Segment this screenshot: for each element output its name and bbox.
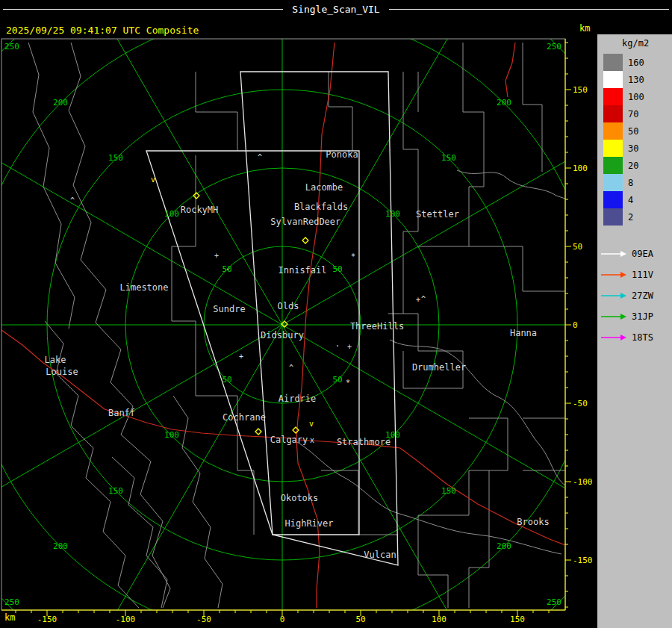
legend-panel: kg/m2 16013010070503020842 09EA111V27ZW3…: [597, 34, 672, 628]
place-label: Vulcan: [364, 550, 396, 560]
ring-distance-label: 50: [222, 375, 231, 385]
scale-row: 2: [603, 208, 672, 226]
radar-arrow-icon: [600, 312, 627, 321]
place-label: ThreeHills: [350, 321, 404, 332]
arrow-head: [620, 293, 626, 299]
scale-row: 70: [603, 105, 672, 122]
place-label: Sundre: [213, 304, 245, 314]
map-marker: v: [151, 175, 155, 184]
radar-legend-row: 31JP: [600, 306, 672, 327]
ring-distance-label: 150: [108, 486, 123, 496]
ring-distance-label: 150: [441, 153, 456, 163]
radar-arrow-icon: [600, 270, 627, 279]
axis-tick-label: 50: [573, 242, 582, 252]
map-canvas[interactable]: 5050505010010010010015015015015020020020…: [0, 0, 672, 628]
right-axis: 150100500-50-100-150: [565, 39, 593, 610]
radar-arrow-icon: [600, 291, 627, 300]
axis-tick-label: -100: [573, 477, 593, 487]
map-marker: *: [346, 379, 350, 387]
place-label: RockyMH: [181, 205, 219, 215]
ring-distance-label: 250: [4, 597, 19, 607]
scale-value: 70: [628, 109, 638, 119]
radar-id-label: 31JP: [632, 311, 653, 322]
scale-row: 130: [603, 71, 672, 88]
scale-row: 4: [603, 191, 672, 208]
arrow-head: [620, 272, 626, 278]
axis-tick-label: 100: [573, 164, 588, 173]
place-label: Sylvan: [270, 217, 302, 227]
ring-distance-label: 200: [53, 541, 68, 551]
place-label: Drumheller: [412, 362, 466, 373]
map-marker: ^: [70, 196, 75, 205]
axis-tick-label: 100: [432, 615, 447, 624]
place-label: RedDeer: [303, 217, 341, 227]
scale-row: 20: [603, 157, 672, 174]
place-label: Brooks: [517, 517, 549, 527]
axis-tick-label: -100: [116, 615, 136, 624]
map-marker: ^: [421, 295, 426, 303]
radar-arrow-icon: [600, 333, 627, 342]
scale-row: 8: [603, 174, 672, 191]
map-marker: +: [347, 343, 352, 351]
map-marker: v: [309, 420, 314, 428]
map-marker: ^: [289, 364, 293, 372]
ring-distance-label: 200: [497, 98, 511, 108]
axis-tick-label: -50: [573, 399, 588, 408]
ring-distance-label: 150: [441, 486, 456, 496]
scale-value: 100: [628, 92, 644, 102]
place-label: Louise: [46, 367, 78, 377]
scale-row: 30: [603, 140, 672, 157]
place-label: Lacombe: [305, 182, 343, 193]
ring-distance-label: 50: [332, 264, 342, 274]
map-marker: +: [416, 296, 420, 304]
radar-id-label: 18TS: [632, 332, 653, 343]
scale-swatch: [603, 88, 623, 105]
scale-row: 50: [603, 122, 672, 140]
scale-swatch: [603, 157, 623, 174]
radar-id-label: 111V: [632, 270, 653, 280]
map-marker: .: [335, 340, 340, 348]
radar-legend: 09EA111V27ZW31JP18TS: [597, 243, 672, 348]
ring-distance-label: 200: [53, 98, 68, 108]
place-label: Ponoka: [326, 149, 358, 160]
radar-legend-row: 09EA: [600, 243, 672, 264]
map-marker: +: [214, 252, 219, 260]
scale-swatch: [603, 54, 623, 71]
scale-value: 20: [628, 161, 638, 171]
ring-distance-label: 150: [108, 153, 123, 163]
radar-id-label: 27ZW: [632, 290, 653, 301]
place-label: Cochrane: [223, 412, 266, 423]
scale-value: 4: [628, 195, 633, 205]
scale-value: 50: [628, 126, 638, 137]
ring-distance-label: 50: [332, 375, 342, 385]
place-label: Didsbury: [261, 330, 304, 341]
map-marker: ^: [258, 153, 262, 161]
arrow-head: [620, 314, 626, 320]
place-label: Blackfalds: [294, 202, 348, 212]
axis-tick-label: 150: [573, 85, 588, 95]
place-label: Calgary: [270, 435, 308, 445]
scale-value: 2: [628, 212, 633, 223]
place-label: Lake: [45, 355, 66, 365]
axis-tick-label: 50: [355, 615, 365, 624]
scale-swatch: [603, 105, 623, 122]
arrow-head: [620, 335, 626, 341]
scale-swatch: [603, 191, 623, 208]
map-marker: *: [351, 252, 355, 261]
place-label: HighRiver: [284, 518, 333, 529]
place-label: Banff: [108, 408, 135, 418]
radar-legend-row: 18TS: [600, 327, 672, 348]
scale-value: 130: [628, 75, 644, 85]
radar-legend-row: 27ZW: [600, 285, 672, 306]
ring-distance-label: 200: [497, 541, 511, 551]
axis-tick-label: 0: [573, 320, 578, 330]
axis-tick-label: -50: [196, 615, 211, 624]
scale-swatch: [603, 140, 623, 157]
scale-unit-label: kg/m2: [622, 38, 672, 49]
ring-distance-label: 100: [164, 209, 179, 219]
radar-arrow-icon: [600, 249, 627, 258]
radar-legend-row: 111V: [600, 264, 672, 285]
map-marker: +: [239, 352, 243, 361]
scale-swatch: [603, 208, 623, 226]
place-label: Airdrie: [279, 394, 317, 404]
